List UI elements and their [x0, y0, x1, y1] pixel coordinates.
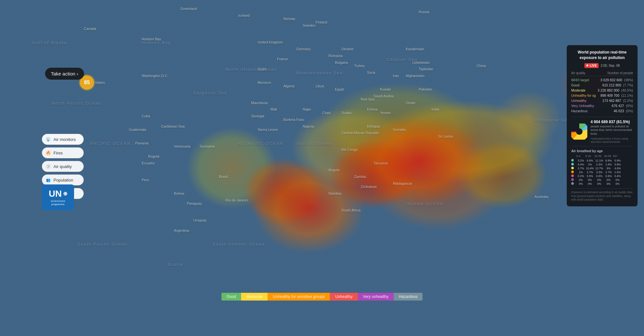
- age-cell: 9%: [604, 167, 613, 170]
- legend-item-very-unhealthy: Very unhealthy: [358, 293, 393, 301]
- aq-label: Hazardous: [571, 109, 588, 113]
- age-cell: 11.1%: [594, 159, 604, 162]
- age-cell: 0.6%: [604, 174, 613, 178]
- age-header-row: 0-45-1920-3940-5960+: [571, 154, 633, 158]
- aq-pct: (38%): [624, 78, 633, 82]
- age-cell: 3.3%: [594, 171, 604, 174]
- age-cell: 1%: [576, 171, 585, 174]
- live-badge: LIVE: [584, 63, 599, 68]
- aq-row-unhealthy: Unhealthy 173 462 887(2.2%): [571, 98, 633, 103]
- age-cell: 4.6%: [613, 167, 622, 170]
- aq-value: 46 023(0%): [614, 109, 633, 113]
- aq-col-value: Number of people: [608, 71, 633, 75]
- aq-label: Unhealthy for sg: [571, 94, 596, 97]
- take-action-button[interactable]: Take action ›: [45, 68, 84, 80]
- age-cell: 3.2%: [576, 159, 585, 162]
- heat-overlay: [0, 0, 644, 336]
- fires-label: Fires: [53, 151, 63, 155]
- age-cell: 0%: [576, 178, 585, 182]
- age-cell: 2.3%: [594, 163, 604, 166]
- control-btn-air-monitors[interactable]: 📡 Air monitors: [42, 134, 84, 145]
- age-cell: 2.7%: [604, 171, 613, 174]
- aq-value: 888 409 700(11.1%): [601, 94, 633, 97]
- age-cell: 0%: [576, 182, 585, 185]
- age-cell: 5.9%: [613, 159, 622, 162]
- age-cell: 1%: [585, 163, 594, 166]
- fires-icon: 🔥: [45, 150, 51, 156]
- pie-note: *estimated every 4 hours using real-time…: [591, 137, 633, 143]
- age-cell: 0.8%: [613, 163, 622, 166]
- unep-main-text: UN ⊕: [49, 189, 67, 199]
- aq-col-label: Air quality: [571, 71, 585, 75]
- footnote: Exposure is estimated according to air q…: [571, 188, 633, 202]
- aq-row-who: WHO target 3 029 832 600(38%): [571, 77, 633, 83]
- aq-label: Very Unhealthy: [571, 104, 594, 108]
- legend-item-unhealthy: Unhealthy: [330, 293, 358, 301]
- legend-item-hazardous: Hazardous: [393, 293, 422, 301]
- age-cell: 1.6%: [604, 163, 613, 166]
- pie-desc: people exposed to polluted air worse tha…: [591, 125, 633, 136]
- live-dot: [586, 64, 588, 66]
- aq-value: 615 212 800(7.7%): [602, 83, 633, 87]
- age-data-row: 0%0%0%0%0%: [571, 178, 633, 182]
- legend-item-good: Good: [222, 293, 241, 301]
- unep-sub-text: environmentprogramme: [51, 200, 65, 206]
- aq-row-moderate: Moderate 3 226 882 000(40.5%): [571, 88, 633, 93]
- age-cell: 0.2%: [576, 174, 585, 178]
- aq-pct: (2.2%): [623, 99, 633, 103]
- control-btn-population[interactable]: 👥 Population: [42, 174, 84, 185]
- age-cell: 0%: [604, 182, 613, 185]
- aq-row-sensitive: Unhealthy for sg 888 409 700(11.1%): [571, 93, 633, 98]
- age-dot-cell: [571, 163, 576, 166]
- live-time: 2:00, Sep. 08: [601, 64, 620, 67]
- legend-bar: GoodModerateUnhealthy for sensitive grou…: [222, 293, 423, 301]
- air-quality-label: Air quality: [53, 164, 72, 169]
- take-action-label: Take action ›: [51, 71, 78, 76]
- right-panel: World population real-time exposure to a…: [567, 45, 638, 206]
- aq-label: Unhealthy: [571, 99, 586, 103]
- aq-rows: WHO target 3 029 832 600(38%) Good 615 2…: [571, 77, 633, 114]
- aq-pct: (0%): [626, 104, 633, 108]
- age-data-row: 3.7%10.4%12.7%9%4.6%: [571, 166, 633, 170]
- aq-row-hazardous: Hazardous 46 023(0%): [571, 108, 633, 114]
- age-title: Air breathed by age: [571, 149, 633, 153]
- age-cell: 1.5%: [613, 171, 622, 174]
- age-cell: 0%: [613, 178, 622, 182]
- aq-value: 3 226 882 000(40.5%): [598, 88, 633, 92]
- aq-label: WHO target: [571, 78, 589, 82]
- population-icon: 👥: [45, 177, 51, 183]
- age-cell: 0%: [585, 182, 594, 185]
- age-section: Air breathed by age 0-45-1920-3940-5960+…: [571, 149, 633, 186]
- age-data-row: 0.4%1%2.3%1.6%0.8%: [571, 163, 633, 166]
- control-btn-air-quality[interactable]: 🌫 Air quality: [42, 161, 84, 172]
- age-cell: 0%: [604, 178, 613, 182]
- age-table: 0-45-1920-3940-5960+3.2%6.9%11.1%8.9%5.9…: [571, 154, 633, 186]
- age-data-row: 3.2%6.9%11.1%8.9%5.9%: [571, 159, 633, 163]
- age-data-row: 1%2.7%3.3%2.7%1.5%: [571, 170, 633, 174]
- pie-chart: [571, 124, 587, 140]
- age-cell: 0%: [613, 182, 622, 185]
- age-cell: 0.4%: [613, 174, 622, 178]
- map-background: CanadaUnited StatesHudson BayIcelandGree…: [0, 0, 644, 336]
- age-data-row: 0%0%0%0%0%: [571, 182, 633, 186]
- age-dot-cell: [571, 159, 576, 162]
- age-cell: 0.6%: [594, 174, 604, 178]
- aq-value: 3 029 832 600(38%): [601, 78, 633, 82]
- air-quality-icon: 🌫: [45, 163, 51, 169]
- aq-pct: (0%): [626, 109, 633, 113]
- aq-pct: (7.7%): [623, 83, 633, 87]
- air-quality-table: Air quality Number of people WHO target …: [571, 71, 633, 114]
- aq-value: 173 462 887(2.2%): [602, 99, 633, 103]
- aq-pct: (11.1%): [621, 94, 633, 97]
- legend-item-unhealthy-for-sensitive-groups: Unhealthy for sensitive groups: [268, 293, 330, 301]
- aqi-value: 85: [84, 80, 90, 85]
- control-btn-fires[interactable]: 🔥 Fires: [42, 147, 84, 158]
- pie-section: 4 904 689 837 (61.5%) people exposed to …: [571, 117, 633, 146]
- aq-row-good: Good 615 212 800(7.7%): [571, 83, 633, 88]
- aq-pct: (40.5%): [621, 88, 633, 92]
- age-dot-cell: [571, 174, 576, 178]
- age-cell: 3.7%: [576, 167, 585, 170]
- age-cell: 0%: [594, 182, 604, 185]
- aq-row-very-unhealthy: Very Unhealthy 676 427(0%): [571, 103, 633, 108]
- unep-logo[interactable]: UN ⊕ environmentprogramme: [42, 184, 74, 210]
